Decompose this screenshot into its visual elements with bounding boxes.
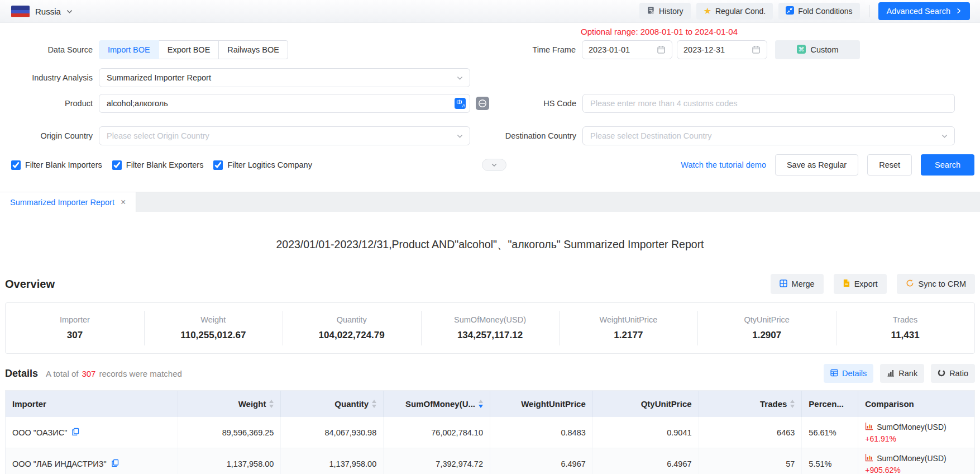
calendar-icon: [657, 45, 666, 54]
industry-analysis-select[interactable]: Summarized Importer Report: [99, 68, 470, 87]
product-input[interactable]: [99, 94, 470, 113]
custom-icon: ⌘: [797, 45, 806, 55]
col-header-trades[interactable]: Trades: [699, 391, 802, 417]
view-ratio-button[interactable]: Ratio: [931, 364, 975, 383]
bar-chart-icon: [865, 453, 873, 463]
sort-icon[interactable]: [269, 400, 274, 408]
overview-heading: Overview: [5, 278, 55, 291]
result-tab-strip: Summarized Importer Report ×: [0, 192, 980, 212]
copy-icon[interactable]: [111, 459, 119, 468]
form-spacer: [0, 176, 980, 192]
end-date-input[interactable]: 2023-12-31: [677, 40, 767, 59]
export-button[interactable]: Export: [834, 274, 887, 294]
optional-range-hint: Optional range: 2008-01-01 to 2024-01-04: [581, 27, 738, 36]
chevron-right-icon: [955, 7, 962, 16]
chevron-down-icon: [456, 132, 463, 140]
stat-trades: Trades 11,431: [836, 303, 974, 353]
translate-icon[interactable]: A: [455, 98, 466, 109]
weight-unit-price-cell: 0.8483: [490, 417, 593, 448]
time-frame-group: Time Frame 2023-01-01 2023-12-31 ⌘: [503, 40, 860, 59]
quantity-cell: 84,067,930.98: [281, 417, 384, 448]
col-header-quantity[interactable]: Quantity: [281, 391, 384, 417]
checkbox-filter-blank-importers[interactable]: Filter Blank Importers: [11, 160, 102, 170]
chevron-down-icon: [941, 132, 948, 140]
regular-cond-button[interactable]: ★ Regular Cond.: [696, 3, 773, 20]
origin-country-label: Origin Country: [0, 131, 93, 140]
filters-row: Filter Blank Importers Filter Blank Expo…: [0, 154, 980, 176]
destination-country-select[interactable]: Please select Destination Country: [582, 126, 955, 145]
sum-of-money-cell: 76,002,784.10: [384, 417, 490, 448]
country-name: Russia: [35, 7, 61, 16]
chevron-down-icon: [491, 162, 498, 168]
overview-header: Overview Merge Export: [5, 273, 975, 295]
destination-country-label: Destination Country: [504, 131, 576, 140]
merge-button[interactable]: Merge: [771, 274, 824, 294]
stat-importer: Importer 307: [6, 303, 144, 353]
checkbox-filter-logitics-company[interactable]: Filter Logitics Company: [213, 160, 312, 170]
view-rank-button[interactable]: Rank: [880, 364, 924, 383]
custom-range-button[interactable]: ⌘ Custom: [775, 40, 860, 59]
sort-icon-active[interactable]: [479, 400, 483, 408]
fold-conditions-button[interactable]: Fold Conditions: [778, 3, 859, 20]
table-header-row: Importer Weight Quantity SumOfMoney(U...…: [6, 391, 974, 417]
tab-import-boe[interactable]: Import BOE: [99, 40, 159, 59]
tab-export-boe[interactable]: Export BOE: [159, 40, 219, 59]
tutorial-demo-link[interactable]: Watch the tutorial demo: [681, 160, 766, 169]
filter-blank-importers-checkbox[interactable]: [11, 160, 21, 170]
fold-icon: [786, 6, 794, 16]
table-grid-icon: [830, 369, 838, 378]
details-header: Details A total of 307 records were matc…: [5, 364, 975, 383]
tab-railways-boe[interactable]: Railways BOE: [218, 40, 288, 59]
history-button[interactable]: History: [639, 3, 691, 20]
table-row: ООО "ОАЗИС" 89,596,369.25 84,067,930.98 …: [6, 417, 974, 448]
col-header-importer: Importer: [6, 391, 178, 417]
record-count: 307: [82, 369, 95, 378]
importer-cell: ООО "ОАЗИС": [6, 417, 178, 448]
details-table: Importer Weight Quantity SumOfMoney(U...…: [5, 390, 975, 474]
tab-summarized-importer-report[interactable]: Summarized Importer Report ×: [0, 192, 136, 212]
stat-qty-unit-price: QtyUnitPrice 1.2907: [697, 303, 836, 353]
copy-icon[interactable]: [71, 428, 79, 437]
collapse-form-toggle[interactable]: [482, 159, 506, 171]
hs-code-input[interactable]: [582, 94, 955, 113]
stat-weight: Weight 110,255,012.67: [144, 303, 283, 353]
sort-icon[interactable]: [372, 400, 376, 408]
origin-country-select[interactable]: Please select Origin Country: [99, 126, 470, 145]
stat-sum-of-money: SumOfMoney(USD) 134,257,117.12: [421, 303, 560, 353]
product-input-wrap: A: [99, 94, 470, 113]
save-as-regular-button[interactable]: Save as Regular: [775, 154, 858, 176]
close-icon[interactable]: ×: [121, 198, 126, 207]
filter-blank-exporters-checkbox[interactable]: [112, 160, 122, 170]
rank-icon: [887, 369, 895, 378]
col-header-weight[interactable]: Weight: [178, 391, 281, 417]
filter-logitics-company-checkbox[interactable]: [213, 160, 223, 170]
sort-icon[interactable]: [790, 400, 795, 408]
trades-cell: 57: [699, 448, 802, 474]
view-switcher: Details Rank Ratio: [824, 364, 975, 383]
country-selector[interactable]: Russia: [11, 6, 73, 17]
overview-stats-card: Importer 307 Weight 110,255,012.67 Quant…: [5, 302, 975, 354]
sum-of-money-cell: 7,392,974.72: [384, 448, 490, 474]
row-industry-analysis: Industry Analysis Summarized Importer Re…: [0, 68, 980, 87]
qty-unit-price-cell: 6.4967: [593, 448, 699, 474]
search-button[interactable]: Search: [921, 154, 974, 176]
advanced-search-button[interactable]: Advanced Search: [878, 2, 970, 20]
industry-analysis-label: Industry Analysis: [0, 73, 93, 82]
view-details-button[interactable]: Details: [824, 364, 873, 383]
checkbox-filter-blank-exporters[interactable]: Filter Blank Exporters: [112, 160, 204, 170]
exact-match-icon[interactable]: [476, 97, 489, 110]
col-header-sum-of-money[interactable]: SumOfMoney(U...: [384, 391, 490, 417]
export-icon: [843, 279, 850, 289]
report-title: 2023/01/01-2023/12/31,Product AND"alcoho…: [5, 237, 975, 252]
stat-quantity: Quantity 104,022,724.79: [283, 303, 421, 353]
percent-cell: 5.51%: [802, 448, 858, 474]
importer-name[interactable]: ООО "ОАЗИС": [12, 428, 67, 437]
trades-cell: 6463: [699, 417, 802, 448]
sync-to-crm-button[interactable]: Sync to CRM: [897, 274, 975, 294]
importer-name[interactable]: ООО "ЛАБ ИНДАСТРИЗ": [12, 459, 107, 468]
form-actions: Watch the tutorial demo Save as Regular …: [681, 154, 974, 176]
reset-button[interactable]: Reset: [867, 154, 912, 176]
sync-icon: [906, 279, 914, 289]
row-product: Product A HS Code: [0, 94, 980, 113]
start-date-input[interactable]: 2023-01-01: [582, 40, 672, 59]
